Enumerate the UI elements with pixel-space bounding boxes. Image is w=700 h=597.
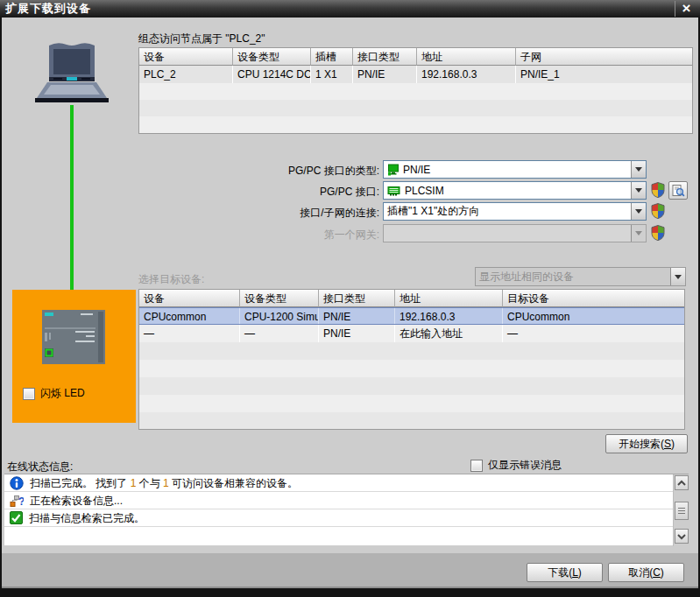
pgpc-interface-combo[interactable]: PLCSIM — [383, 181, 647, 200]
column-header[interactable]: 接口类型 — [353, 48, 417, 66]
empty-message-row — [4, 527, 689, 544]
cell-device: CPUcommon — [139, 308, 240, 324]
pg-laptop-icon — [26, 39, 117, 109]
cell-device-type: CPU 1214C DC/D... — [233, 66, 311, 83]
cell-target-device: CPUcommon — [503, 308, 684, 324]
first-gateway-label: 第一个网关: — [202, 228, 379, 242]
device-filter-combo: 显示地址相同的设备 — [475, 267, 686, 286]
button-label: 开始搜索( — [619, 437, 664, 452]
cell-target-device: — — [503, 325, 684, 342]
retrieving-info-icon: ? — [10, 494, 24, 508]
pgpc-interface-type-label: PG/PC 接口的类型: — [202, 164, 379, 179]
start-search-button[interactable]: 开始搜索(S) — [605, 434, 688, 453]
button-label: 下载( — [548, 565, 572, 580]
cell-interface-type: PN/IE — [319, 325, 395, 342]
svg-text:?: ? — [18, 495, 24, 508]
pnie-interface-icon — [387, 164, 399, 176]
shield-icon — [651, 182, 665, 198]
scroll-up-button[interactable] — [675, 475, 689, 490]
message-scrollbar[interactable] — [673, 474, 689, 546]
first-gateway-combo — [383, 224, 647, 242]
subnet-connection-combo[interactable]: 插槽"1 X1"处的方向 — [383, 202, 647, 221]
extended-download-dialog: 扩展下载到设备 × 组态访问节点属于 "PLC_2" 设备 设备类型 插槽 接口… — [0, 0, 700, 597]
target-device-panel: 闪烁 LED — [12, 290, 136, 423]
table-row[interactable]: PLC_2 CPU 1214C DC/D... 1 X1 PN/IE 192.1… — [139, 66, 692, 83]
download-button[interactable]: 下载(L) — [527, 563, 603, 582]
empty-row — [139, 377, 684, 395]
button-accesskey: C — [653, 566, 661, 579]
button-label: ) — [661, 566, 664, 579]
only-errors-checkbox[interactable] — [470, 460, 483, 472]
dropdown-arrow-button[interactable] — [631, 161, 646, 178]
cancel-button[interactable]: 取消(C) — [608, 563, 684, 582]
scrollbar-thumb[interactable] — [675, 502, 689, 520]
cell-device: PLC_2 — [139, 66, 233, 83]
cell-address: 192.168.0.3 — [417, 66, 516, 83]
empty-row — [139, 395, 684, 412]
only-errors-checkbox-row[interactable]: 仅显示错误消息 — [470, 458, 562, 473]
column-header[interactable]: 地址 — [417, 48, 516, 66]
network-card-icon — [387, 185, 401, 197]
flash-led-checkbox-row[interactable]: 闪烁 LED — [23, 386, 85, 401]
empty-row — [139, 360, 684, 377]
empty-row — [139, 83, 692, 100]
success-check-icon — [10, 511, 23, 524]
plc-device-icon — [42, 310, 105, 364]
online-status-label: 在线状态信息: — [7, 460, 73, 474]
column-header[interactable]: 目标设备 — [503, 290, 684, 307]
table-header-row: 设备 设备类型 接口类型 地址 目标设备 — [139, 290, 684, 307]
message-text: 扫描与信息检索已完成。 — [29, 509, 145, 527]
dropdown-arrow-button[interactable] — [631, 182, 646, 199]
flash-led-checkbox[interactable] — [23, 388, 35, 400]
table-row-selected[interactable]: CPUcommon CPU-1200 Simula... PN/IE 192.1… — [139, 307, 684, 325]
chevron-down-icon — [675, 275, 682, 279]
status-message: 扫描已完成。 找到了 1 个与 1 可访问设备相兼容的设备。 — [4, 474, 689, 492]
chevron-down-icon — [635, 188, 642, 193]
flash-led-label: 闪烁 LED — [40, 386, 85, 401]
pgpc-interface-type-combo[interactable]: PN/IE — [383, 160, 647, 179]
subnet-connection-label: 接口/子网的连接: — [202, 206, 379, 221]
message-text: 正在检索设备信息... — [30, 492, 123, 509]
interface-properties-button[interactable] — [668, 181, 688, 200]
configured-nodes-table: 设备 设备类型 插槽 接口类型 地址 子网 PLC_2 CPU 1214C DC… — [138, 47, 693, 134]
status-message-list: 扫描已完成。 找到了 1 个与 1 可访问设备相兼容的设备。 ? 正在检索设备信… — [4, 474, 689, 545]
cell-subnet: PN/IE_1 — [516, 66, 692, 83]
info-icon — [10, 476, 24, 490]
scroll-down-button[interactable] — [675, 529, 689, 544]
column-header[interactable]: 设备 — [139, 290, 240, 307]
button-label: 取消( — [628, 565, 653, 580]
shield-icon — [651, 203, 665, 219]
empty-row — [139, 116, 692, 133]
chevron-down-icon — [635, 209, 642, 214]
select-target-label: 选择目标设备: — [138, 272, 204, 287]
close-button[interactable]: × — [675, 1, 697, 17]
column-header[interactable]: 插槽 — [311, 48, 353, 66]
empty-row — [139, 412, 684, 429]
chevron-up-icon — [676, 480, 687, 487]
chevron-down-icon — [635, 167, 642, 172]
column-header[interactable]: 地址 — [395, 290, 503, 307]
empty-row — [139, 342, 684, 360]
close-icon: × — [682, 0, 691, 18]
table-row[interactable]: — — PN/IE 在此输入地址 — — [139, 325, 684, 342]
cell-device-type: — — [240, 325, 319, 342]
button-accesskey: S — [664, 438, 671, 450]
column-header[interactable]: 设备类型 — [233, 48, 311, 66]
cell-address[interactable]: 在此输入地址 — [395, 325, 503, 342]
status-message: 扫描与信息检索已完成。 — [4, 509, 689, 527]
table-header-row: 设备 设备类型 插槽 接口类型 地址 子网 — [139, 48, 692, 66]
chevron-down-icon — [676, 533, 687, 540]
dropdown-arrow-button[interactable] — [631, 203, 646, 220]
cell-interface-type: PN/IE — [319, 308, 395, 324]
column-header[interactable]: 设备类型 — [240, 290, 319, 307]
dialog-title: 扩展下载到设备 — [0, 1, 91, 17]
chevron-down-icon — [635, 231, 642, 235]
only-errors-label: 仅显示错误消息 — [488, 458, 562, 473]
message-text: 扫描已完成。 找到了 1 个与 1 可访问设备相兼容的设备。 — [30, 474, 298, 492]
column-header[interactable]: 子网 — [516, 48, 692, 66]
column-header[interactable]: 设备 — [139, 48, 233, 66]
status-message: ? 正在检索设备信息... — [4, 492, 689, 509]
column-header[interactable]: 接口类型 — [319, 290, 395, 307]
title-bar: 扩展下载到设备 — [0, 0, 700, 18]
connection-cable — [70, 105, 74, 317]
